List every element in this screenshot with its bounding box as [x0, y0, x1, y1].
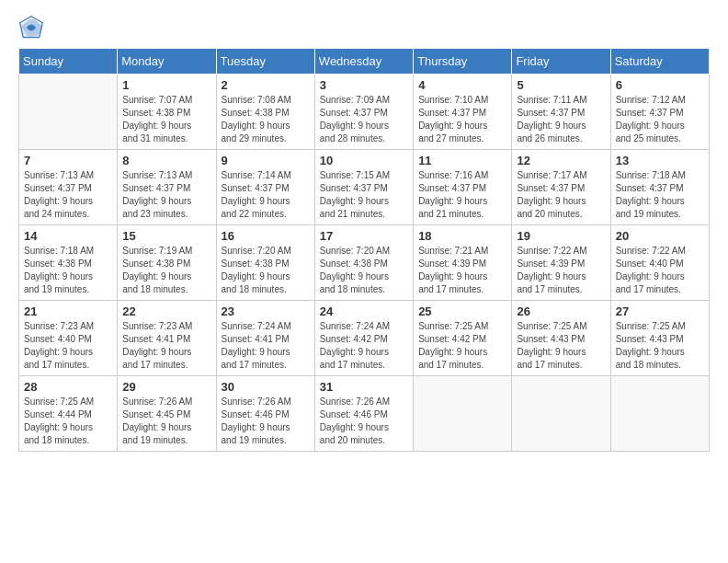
day-number: 9 — [222, 154, 310, 167]
day-info: Sunrise: 7:18 AMSunset: 4:38 PMDaylight:… — [24, 245, 112, 296]
day-info: Sunrise: 7:22 AMSunset: 4:39 PMDaylight:… — [517, 245, 605, 296]
day-cell: 15Sunrise: 7:19 AMSunset: 4:38 PMDayligh… — [118, 225, 216, 301]
day-number: 3 — [320, 78, 408, 92]
day-number: 15 — [122, 229, 210, 243]
day-cell: 12Sunrise: 7:17 AMSunset: 4:37 PMDayligh… — [512, 150, 610, 225]
header-tuesday: Tuesday — [216, 49, 314, 75]
day-cell: 10Sunrise: 7:15 AMSunset: 4:37 PMDayligh… — [314, 150, 413, 225]
day-cell: 1Sunrise: 7:07 AMSunset: 4:38 PMDaylight… — [118, 75, 216, 150]
day-number: 31 — [320, 380, 408, 394]
day-info: Sunrise: 7:24 AMSunset: 4:41 PMDaylight:… — [222, 320, 310, 372]
day-number: 27 — [616, 304, 704, 318]
day-number: 7 — [24, 154, 112, 167]
header-saturday: Saturday — [610, 49, 709, 75]
day-info: Sunrise: 7:10 AMSunset: 4:37 PMDaylight:… — [418, 94, 506, 145]
day-info: Sunrise: 7:08 AMSunset: 4:38 PMDaylight:… — [222, 94, 310, 145]
day-info: Sunrise: 7:26 AMSunset: 4:46 PMDaylight:… — [222, 396, 310, 447]
day-info: Sunrise: 7:11 AMSunset: 4:37 PMDaylight:… — [517, 94, 605, 145]
day-number: 21 — [24, 304, 112, 318]
day-info: Sunrise: 7:17 AMSunset: 4:37 PMDaylight:… — [517, 169, 605, 221]
header-row: SundayMondayTuesdayWednesdayThursdayFrid… — [19, 49, 710, 75]
day-info: Sunrise: 7:16 AMSunset: 4:37 PMDaylight:… — [418, 169, 506, 221]
day-info: Sunrise: 7:25 AMSunset: 4:43 PMDaylight:… — [616, 320, 704, 372]
header-friday: Friday — [512, 49, 610, 75]
day-cell: 28Sunrise: 7:25 AMSunset: 4:44 PMDayligh… — [19, 376, 118, 452]
day-info: Sunrise: 7:18 AMSunset: 4:37 PMDaylight:… — [616, 169, 704, 221]
day-number: 10 — [320, 154, 408, 167]
day-info: Sunrise: 7:13 AMSunset: 4:37 PMDaylight:… — [24, 169, 112, 221]
day-cell: 21Sunrise: 7:23 AMSunset: 4:40 PMDayligh… — [19, 301, 118, 376]
header-monday: Monday — [118, 49, 216, 75]
day-number: 22 — [122, 304, 210, 318]
page: SundayMondayTuesdayWednesdayThursdayFrid… — [0, 0, 728, 563]
header-wednesday: Wednesday — [314, 49, 413, 75]
logo-icon — [18, 15, 44, 40]
day-number: 11 — [418, 154, 506, 167]
logo — [18, 15, 50, 40]
day-cell: 6Sunrise: 7:12 AMSunset: 4:37 PMDaylight… — [610, 75, 709, 150]
day-cell: 2Sunrise: 7:08 AMSunset: 4:38 PMDaylight… — [216, 75, 314, 150]
day-info: Sunrise: 7:14 AMSunset: 4:37 PMDaylight:… — [222, 169, 310, 221]
day-cell — [610, 376, 709, 452]
day-number: 16 — [222, 229, 310, 243]
day-number: 19 — [517, 229, 605, 243]
day-number: 8 — [122, 154, 210, 167]
day-cell — [414, 376, 512, 452]
day-cell — [19, 75, 118, 150]
day-info: Sunrise: 7:20 AMSunset: 4:38 PMDaylight:… — [222, 245, 310, 296]
day-info: Sunrise: 7:23 AMSunset: 4:41 PMDaylight:… — [122, 320, 210, 372]
day-cell: 4Sunrise: 7:10 AMSunset: 4:37 PMDaylight… — [414, 75, 512, 150]
day-info: Sunrise: 7:24 AMSunset: 4:42 PMDaylight:… — [320, 320, 408, 372]
day-cell: 20Sunrise: 7:22 AMSunset: 4:40 PMDayligh… — [610, 225, 709, 301]
day-cell: 14Sunrise: 7:18 AMSunset: 4:38 PMDayligh… — [19, 225, 118, 301]
day-cell: 18Sunrise: 7:21 AMSunset: 4:39 PMDayligh… — [414, 225, 512, 301]
day-number: 24 — [320, 304, 408, 318]
day-number: 25 — [418, 304, 506, 318]
header-sunday: Sunday — [19, 49, 118, 75]
day-number: 23 — [222, 304, 310, 318]
day-cell: 23Sunrise: 7:24 AMSunset: 4:41 PMDayligh… — [216, 301, 314, 376]
day-info: Sunrise: 7:19 AMSunset: 4:38 PMDaylight:… — [122, 245, 210, 296]
day-number: 28 — [24, 380, 112, 394]
day-info: Sunrise: 7:26 AMSunset: 4:45 PMDaylight:… — [122, 396, 210, 447]
day-cell: 29Sunrise: 7:26 AMSunset: 4:45 PMDayligh… — [118, 376, 216, 452]
day-number: 17 — [320, 229, 408, 243]
day-info: Sunrise: 7:12 AMSunset: 4:37 PMDaylight:… — [616, 94, 704, 145]
day-info: Sunrise: 7:09 AMSunset: 4:37 PMDaylight:… — [320, 94, 408, 145]
day-cell — [512, 376, 610, 452]
day-info: Sunrise: 7:23 AMSunset: 4:40 PMDaylight:… — [24, 320, 112, 372]
day-number: 6 — [616, 78, 704, 92]
day-info: Sunrise: 7:25 AMSunset: 4:42 PMDaylight:… — [418, 320, 506, 372]
header — [18, 15, 710, 40]
day-cell: 5Sunrise: 7:11 AMSunset: 4:37 PMDaylight… — [512, 75, 610, 150]
day-number: 20 — [616, 229, 704, 243]
day-number: 30 — [222, 380, 310, 394]
day-info: Sunrise: 7:07 AMSunset: 4:38 PMDaylight:… — [122, 94, 210, 145]
day-cell: 22Sunrise: 7:23 AMSunset: 4:41 PMDayligh… — [118, 301, 216, 376]
day-number: 14 — [24, 229, 112, 243]
day-cell: 13Sunrise: 7:18 AMSunset: 4:37 PMDayligh… — [610, 150, 709, 225]
day-number: 18 — [418, 229, 506, 243]
day-cell: 7Sunrise: 7:13 AMSunset: 4:37 PMDaylight… — [19, 150, 118, 225]
day-info: Sunrise: 7:22 AMSunset: 4:40 PMDaylight:… — [616, 245, 704, 296]
day-number: 4 — [418, 78, 506, 92]
day-cell: 26Sunrise: 7:25 AMSunset: 4:43 PMDayligh… — [512, 301, 610, 376]
day-cell: 9Sunrise: 7:14 AMSunset: 4:37 PMDaylight… — [216, 150, 314, 225]
day-cell: 24Sunrise: 7:24 AMSunset: 4:42 PMDayligh… — [314, 301, 413, 376]
day-info: Sunrise: 7:20 AMSunset: 4:38 PMDaylight:… — [320, 245, 408, 296]
calendar-table: SundayMondayTuesdayWednesdayThursdayFrid… — [18, 48, 710, 452]
header-thursday: Thursday — [414, 49, 512, 75]
day-cell: 17Sunrise: 7:20 AMSunset: 4:38 PMDayligh… — [314, 225, 413, 301]
day-info: Sunrise: 7:25 AMSunset: 4:43 PMDaylight:… — [517, 320, 605, 372]
week-row-2: 7Sunrise: 7:13 AMSunset: 4:37 PMDaylight… — [19, 150, 710, 225]
week-row-3: 14Sunrise: 7:18 AMSunset: 4:38 PMDayligh… — [19, 225, 710, 301]
day-cell: 16Sunrise: 7:20 AMSunset: 4:38 PMDayligh… — [216, 225, 314, 301]
day-info: Sunrise: 7:15 AMSunset: 4:37 PMDaylight:… — [320, 169, 408, 221]
day-info: Sunrise: 7:21 AMSunset: 4:39 PMDaylight:… — [418, 245, 506, 296]
day-cell: 19Sunrise: 7:22 AMSunset: 4:39 PMDayligh… — [512, 225, 610, 301]
week-row-4: 21Sunrise: 7:23 AMSunset: 4:40 PMDayligh… — [19, 301, 710, 376]
day-number: 1 — [122, 78, 210, 92]
day-cell: 30Sunrise: 7:26 AMSunset: 4:46 PMDayligh… — [216, 376, 314, 452]
day-info: Sunrise: 7:25 AMSunset: 4:44 PMDaylight:… — [24, 396, 112, 447]
day-number: 13 — [616, 154, 704, 167]
